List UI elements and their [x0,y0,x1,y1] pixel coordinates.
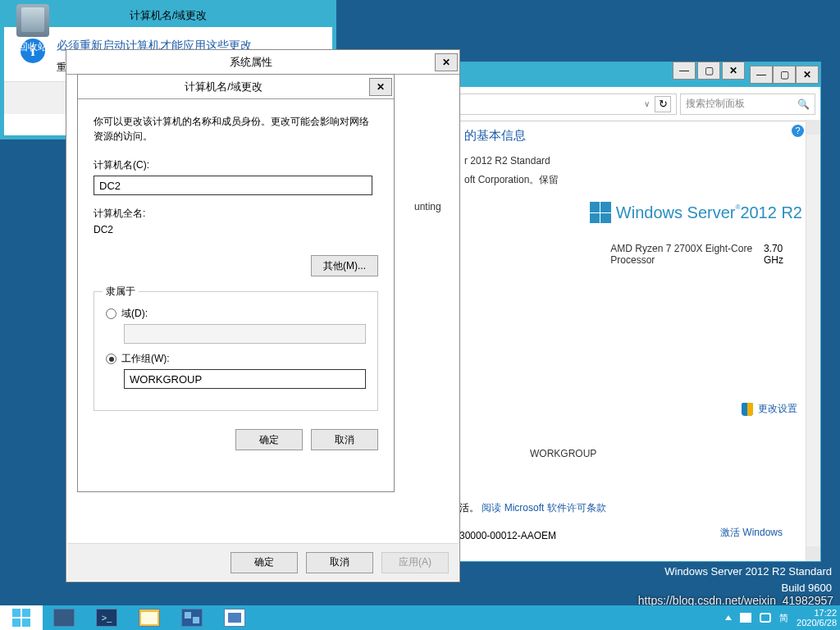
server-manager-taskbar-icon[interactable] [43,605,85,630]
domain-radio-row[interactable]: 域(D): [106,307,366,321]
windows-logo: Windows Server®2012 R2 [590,202,802,223]
tray-overflow-icon[interactable] [725,615,732,620]
refresh-button[interactable]: ↻ [655,96,671,112]
ime-indicator[interactable]: 简 [779,612,788,624]
change-settings-link[interactable]: 更改设置 [758,402,797,416]
bg-minimize-button[interactable]: — [673,62,696,80]
minimize-button[interactable]: — [750,66,773,84]
sysprops-titlebar[interactable]: 系统属性 ✕ [66,50,459,75]
license-terms-link[interactable]: 阅读 Microsoft 软件许可条款 [482,502,605,514]
edition-value: r 2012 R2 Standard [464,155,550,167]
more-button[interactable]: 其他(M)... [311,255,378,276]
bg-window-btns: — ▢ ✕ [673,62,745,80]
partial-text: unting [414,201,441,212]
cpu-ghz: 3.70 GHz [764,243,797,266]
workgroup-radio[interactable] [106,354,116,364]
cpu-value: AMD Ryzen 7 2700X Eight-Core Processor [610,243,764,266]
workgroup-radio-row[interactable]: 工作组(W): [106,352,366,366]
recycle-bin-icon [16,4,49,37]
sysprops-ok-button[interactable]: 确定 [231,552,298,573]
product-id: 30000-00012-AAOEM [459,530,556,541]
computer-name-input[interactable] [94,176,372,195]
full-name-label: 计算机全名: [94,207,378,221]
close-button[interactable]: ✕ [796,66,819,84]
multidesktop-taskbar-icon[interactable] [171,605,213,630]
taskbar: >_ 简 17:22 2020/6/28 [0,605,840,630]
sysprops-title: 系统属性 [66,55,435,70]
scrollbar[interactable] [806,120,820,561]
namechg-cancel-button[interactable]: 取消 [311,429,378,450]
computer-name-label: 计算机名(C): [94,158,378,172]
name-change-dialog: 计算机名/域更改 ✕ 你可以更改该计算机的名称和成员身份。更改可能会影响对网络资… [77,74,395,492]
start-button[interactable] [0,605,43,630]
workgroup-value: WORKGROUP [530,448,596,459]
desktop-watermark: Windows Server 2012 R2 Standard Build 96… [664,564,832,596]
member-legend: 隶属于 [103,285,139,299]
namechg-description: 你可以更改该计算机的名称和成员身份。更改可能会影响对网络资源的访问。 [94,114,378,144]
taskbar-clock[interactable]: 17:22 2020/6/28 [797,608,837,628]
sysprops-cancel-button[interactable]: 取消 [306,552,373,573]
domain-radio[interactable] [106,308,116,319]
system-tray: 简 17:22 2020/6/28 [722,605,840,630]
workgroup-input[interactable] [124,369,366,389]
activation-status: 活。 [459,502,479,514]
maximize-button[interactable]: ▢ [773,66,796,84]
popup-title[interactable]: 计算机名/域更改 [4,4,332,27]
namechg-close-button[interactable]: ✕ [369,78,392,96]
workgroup-radio-label: 工作组(W): [121,352,170,366]
recycle-bin-label: 回收站 [12,40,53,54]
bg-maximize-button[interactable]: ▢ [697,62,720,80]
explorer-taskbar-icon[interactable] [128,605,171,630]
namechg-titlebar[interactable]: 计算机名/域更改 ✕ [78,75,394,99]
domain-radio-label: 域(D): [121,307,148,321]
namechg-ok-button[interactable]: 确定 [235,429,303,450]
powershell-taskbar-icon[interactable]: >_ [85,605,128,630]
sysprops-button-row: 确定 取消 应用(A) [67,543,459,581]
domain-input [124,324,366,344]
section-heading: 的基本信息 [464,128,797,144]
bg-close-button[interactable]: ✕ [722,62,745,80]
system-taskbar-icon[interactable] [213,605,256,630]
activate-windows-link[interactable]: 激活 Windows [720,526,783,540]
search-input[interactable]: 搜索控制面板🔍 [680,94,815,115]
network-icon[interactable] [760,613,771,623]
copyright-value: oft Corporation。保留 [464,173,559,187]
recycle-bin[interactable]: 回收站 [12,4,53,54]
action-center-icon[interactable] [740,613,751,623]
system-body: 的基本信息 r 2012 R2 Standard oft Corporation… [456,120,806,553]
search-icon: 🔍 [797,98,810,110]
full-name-value: DC2 [94,224,378,235]
sysprops-apply-button[interactable]: 应用(A) [381,552,449,573]
shield-icon [742,403,753,416]
sysprops-close-button[interactable]: ✕ [435,53,458,71]
namechg-title: 计算机名/域更改 [78,80,369,94]
member-of-group: 隶属于 域(D): 工作组(W): [94,291,378,411]
